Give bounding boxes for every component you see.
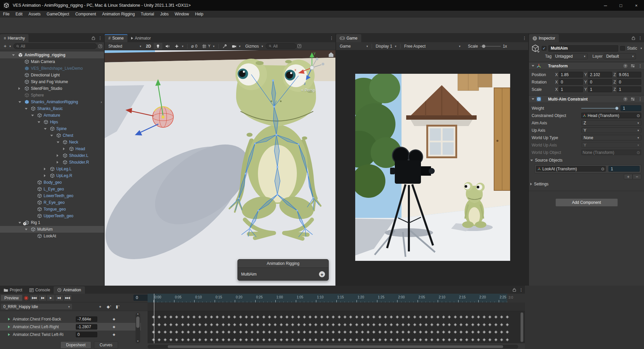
keyframe[interactable] — [430, 315, 434, 319]
gizmos-dropdown[interactable]: Gizmos▾ — [243, 43, 265, 49]
keyframe[interactable] — [378, 338, 381, 341]
keyframe[interactable] — [251, 331, 254, 334]
keyframe[interactable] — [367, 331, 370, 334]
keyframe[interactable] — [198, 315, 202, 319]
keyframe[interactable] — [309, 331, 312, 334]
keyframe[interactable] — [198, 323, 202, 326]
static-dropdown-icon[interactable]: ▾ — [640, 47, 642, 50]
hierarchy-item-hips[interactable]: Hips — [0, 119, 104, 125]
search-save-icon[interactable] — [98, 44, 102, 48]
keyframe[interactable] — [395, 331, 399, 334]
foldout-icon[interactable] — [50, 135, 53, 136]
world-up-type-dropdown[interactable]: None▾ — [581, 135, 641, 140]
keyframe[interactable] — [355, 315, 358, 319]
keyframe[interactable] — [204, 315, 207, 319]
keyframe[interactable] — [483, 331, 486, 334]
keyframe[interactable] — [326, 315, 329, 319]
record-button[interactable] — [22, 295, 30, 301]
foldout-icon[interactable] — [44, 168, 46, 170]
keyframe[interactable] — [425, 331, 428, 334]
keyframe[interactable] — [210, 338, 213, 341]
keyframe[interactable] — [407, 323, 411, 326]
keyframe[interactable] — [268, 315, 271, 319]
keyframe[interactable] — [477, 315, 480, 319]
up-axis-dropdown[interactable]: Y▾ — [581, 127, 641, 133]
foldout-icon[interactable] — [44, 174, 46, 177]
keyframe[interactable] — [401, 323, 405, 326]
keyframe[interactable] — [361, 338, 364, 341]
lock-icon[interactable] — [632, 36, 635, 40]
keyframe[interactable] — [169, 338, 172, 341]
keyframe[interactable] — [279, 331, 283, 334]
multiaim-component-header[interactable]: Multi-Aim Constraint ? ⋮ — [529, 95, 644, 103]
rotation-x-field[interactable]: 0 — [559, 79, 583, 85]
hierarchy-item-upperteeth-geo[interactable]: UpperTeeth_geo — [0, 213, 104, 219]
hierarchy-item-shanks-basic[interactable]: Shanks_Basic — [0, 105, 104, 112]
keyframe[interactable] — [303, 323, 306, 326]
keyframe[interactable] — [419, 323, 422, 326]
hierarchy-item-sky-and-fog-volume[interactable]: Sky and Fog Volume — [0, 78, 104, 85]
foldout-icon[interactable] — [12, 54, 15, 56]
keyframe[interactable] — [245, 338, 248, 341]
keyframe[interactable] — [494, 323, 497, 326]
keyframe[interactable] — [303, 315, 306, 319]
object-picker-icon[interactable]: ⊙ — [637, 150, 640, 155]
foldout-icon[interactable] — [18, 222, 21, 224]
active-checkbox[interactable]: ✓ — [542, 46, 546, 51]
keyframe[interactable] — [494, 315, 497, 319]
lock-icon[interactable] — [92, 36, 95, 40]
keyframe[interactable] — [488, 315, 492, 319]
aspect-dropdown[interactable]: Free Aspect▾ — [402, 43, 463, 49]
source-weight-field[interactable]: 1 — [608, 166, 640, 172]
keyframe[interactable] — [158, 323, 161, 326]
hierarchy-item-spine[interactable]: Spine — [0, 125, 104, 132]
keyframe[interactable] — [430, 323, 434, 326]
keyframe[interactable] — [355, 323, 358, 326]
keyframe-indicator-icon[interactable]: ◆ — [113, 333, 115, 336]
go-to-beginning-button[interactable]: ▮◀◀ — [30, 295, 38, 301]
keyframe[interactable] — [326, 323, 329, 326]
keyframe[interactable] — [337, 323, 341, 326]
keyframe[interactable] — [309, 315, 312, 319]
keyframe[interactable] — [291, 338, 294, 341]
hierarchy-item-chest[interactable]: Chest — [0, 132, 104, 139]
keyframe[interactable] — [233, 315, 236, 319]
hierarchy-item-armature[interactable]: Armature — [0, 112, 104, 119]
keyframe[interactable] — [175, 315, 178, 319]
hierarchy-menu-icon[interactable]: ⋮ — [98, 36, 101, 41]
keyframe[interactable] — [210, 331, 213, 334]
menu-animation-rigging[interactable]: Animation Rigging — [99, 11, 138, 17]
keyframe[interactable] — [303, 331, 306, 334]
keyframe[interactable] — [465, 323, 469, 326]
hierarchy-item-lowerteeth-geo[interactable]: LowerTeeth_geo — [0, 192, 104, 199]
keyframe[interactable] — [233, 338, 236, 341]
keyframe[interactable] — [297, 331, 300, 334]
foldout-icon[interactable] — [25, 229, 28, 230]
properties-scrollbar[interactable]: ▲ ▼ — [136, 312, 140, 343]
add-event-icon[interactable]: ▮+ — [113, 304, 122, 309]
next-key-button[interactable]: ▶▮ — [55, 295, 63, 301]
keyframe[interactable] — [233, 323, 236, 326]
property-value-field[interactable]: -7.684e — [76, 316, 97, 322]
add-component-button[interactable]: Add Component — [555, 198, 618, 207]
keyframe[interactable] — [401, 315, 405, 319]
keyframe[interactable] — [483, 323, 486, 326]
display-dropdown[interactable]: Display 1▾ — [374, 43, 398, 49]
minimize-button[interactable]: ─ — [598, 0, 613, 11]
keyframe[interactable] — [349, 315, 353, 319]
keyframe[interactable] — [332, 315, 335, 319]
keyframe[interactable] — [337, 315, 341, 319]
keyframe[interactable] — [413, 315, 416, 319]
menu-window[interactable]: Window — [172, 11, 192, 17]
keyframe[interactable] — [239, 331, 242, 334]
keyframe[interactable] — [390, 323, 393, 326]
keyframe[interactable] — [355, 331, 358, 334]
hierarchy-item-shoulder-l[interactable]: Shoulder.L — [0, 152, 104, 159]
menu-file[interactable]: File — [0, 11, 12, 17]
menu-gameobject[interactable]: GameObject — [44, 11, 72, 17]
keyframe[interactable] — [355, 338, 358, 341]
keyframe[interactable] — [343, 331, 346, 334]
keyframe[interactable] — [245, 323, 248, 326]
previous-key-button[interactable]: ▮◀ — [38, 295, 47, 301]
keyframe[interactable] — [204, 338, 207, 341]
